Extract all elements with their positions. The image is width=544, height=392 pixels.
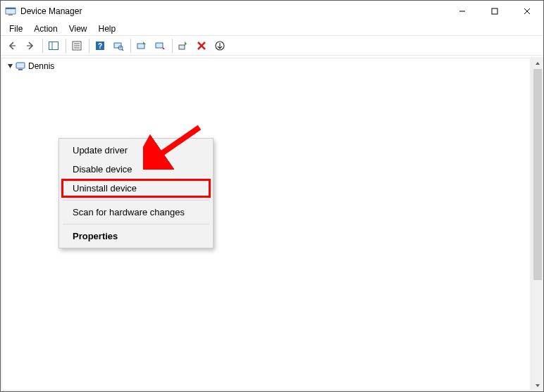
menu-file[interactable]: File	[4, 23, 28, 35]
svg-rect-26	[18, 69, 23, 70]
menubar: File Action View Help	[1, 22, 543, 36]
svg-rect-18	[137, 44, 144, 49]
ctx-disable-device[interactable]: Disable device	[61, 160, 211, 179]
svg-rect-15	[114, 43, 121, 48]
svg-rect-7	[49, 42, 58, 49]
tree-node-label: Dennis	[28, 61, 54, 71]
show-hide-console-tree-button[interactable]	[45, 38, 62, 53]
disable-device-button[interactable]	[152, 38, 168, 53]
menu-help[interactable]: Help	[93, 23, 122, 35]
menu-action[interactable]: Action	[28, 23, 63, 35]
close-button[interactable]	[511, 1, 543, 22]
ctx-scan-hardware[interactable]: Scan for hardware changes	[61, 203, 211, 222]
svg-rect-4	[492, 8, 497, 14]
ctx-update-driver[interactable]: Update driver	[61, 141, 211, 160]
add-legacy-hardware-button[interactable]	[211, 38, 228, 53]
svg-rect-20	[179, 45, 185, 49]
toolbar-separator	[130, 39, 131, 53]
toolbar: ?	[1, 36, 543, 56]
toolbar-separator	[66, 39, 66, 53]
device-tree[interactable]: Update driver Disable device Uninstall d…	[1, 58, 531, 391]
minimize-button[interactable]	[446, 1, 478, 22]
enable-device-button[interactable]	[175, 38, 192, 53]
menu-view[interactable]: View	[63, 23, 93, 35]
vertical-scrollbar[interactable]	[531, 57, 543, 391]
svg-rect-2	[8, 14, 13, 15]
collapse-icon[interactable]	[5, 61, 15, 71]
svg-rect-19	[156, 43, 163, 48]
svg-rect-1	[6, 8, 16, 9]
toolbar-separator	[42, 39, 43, 53]
maximize-button[interactable]	[478, 1, 511, 22]
ctx-separator	[63, 224, 209, 225]
scroll-down-icon[interactable]	[532, 379, 543, 391]
computer-icon	[15, 61, 26, 72]
window-controls	[446, 1, 543, 22]
svg-line-17	[122, 49, 123, 51]
forward-button[interactable]	[22, 38, 39, 53]
help-button[interactable]: ?	[92, 38, 109, 53]
context-menu: Update driver Disable device Uninstall d…	[58, 138, 214, 248]
tree-root[interactable]: Dennis	[4, 60, 530, 72]
svg-text:?: ?	[98, 42, 102, 50]
ctx-uninstall-device[interactable]: Uninstall device	[61, 179, 211, 198]
scan-hardware-button[interactable]	[110, 38, 127, 53]
svg-rect-25	[16, 63, 25, 68]
titlebar: Device Manager	[1, 1, 543, 22]
uninstall-device-button[interactable]	[193, 38, 210, 53]
app-icon	[5, 6, 16, 17]
ctx-properties[interactable]: Properties	[61, 227, 211, 246]
back-button[interactable]	[4, 38, 20, 53]
toolbar-separator	[172, 39, 173, 53]
window-title: Device Manager	[20, 6, 446, 16]
ctx-separator	[63, 200, 209, 201]
main-pane: Update driver Disable device Uninstall d…	[1, 57, 543, 391]
scroll-up-icon[interactable]	[532, 57, 543, 69]
update-driver-button[interactable]	[133, 38, 150, 53]
scroll-thumb[interactable]	[533, 69, 542, 280]
toolbar-separator	[89, 39, 89, 53]
properties-button[interactable]	[68, 38, 85, 53]
